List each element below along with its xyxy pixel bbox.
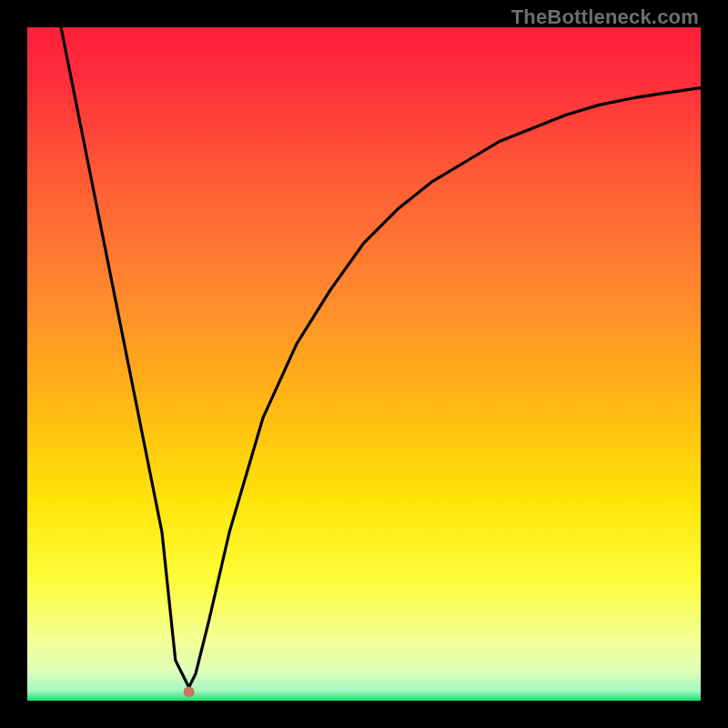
chart-frame: [27, 27, 701, 701]
watermark-text: TheBottleneck.com: [511, 5, 699, 29]
bottleneck-chart: [27, 27, 701, 701]
optimal-point-marker: [184, 686, 195, 697]
